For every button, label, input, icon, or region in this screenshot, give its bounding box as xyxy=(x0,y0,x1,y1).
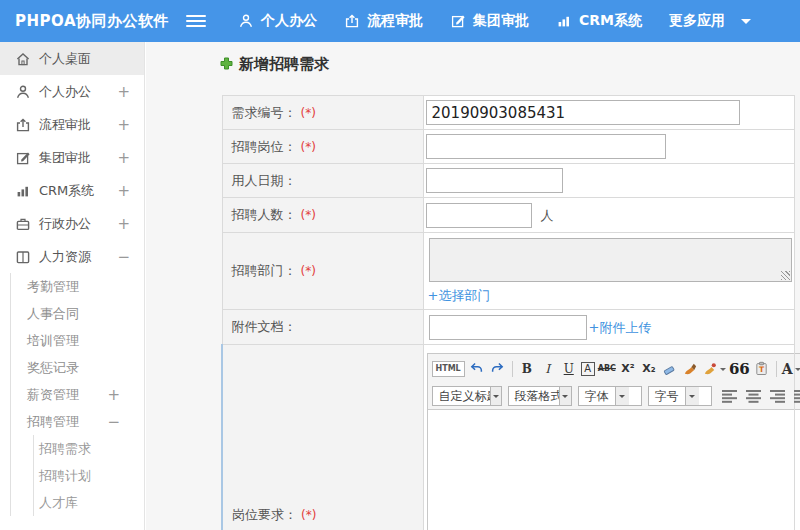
expand-plus-icon[interactable]: + xyxy=(117,182,130,200)
field-label: 用人日期： xyxy=(232,173,297,188)
editor-content-area[interactable] xyxy=(428,410,800,530)
subscript-button[interactable]: X₂ xyxy=(640,360,658,378)
demand-number-input[interactable] xyxy=(426,100,740,125)
nav-label: 集团审批 xyxy=(473,12,529,30)
sidebar-item-human-resources[interactable]: 人力资源 − xyxy=(0,240,144,273)
select-department-link[interactable]: +选择部门 xyxy=(428,287,491,305)
expand-plus-icon[interactable]: + xyxy=(117,116,130,134)
field-label-cell: 招聘部门：(*) xyxy=(222,233,423,310)
align-left-icon[interactable] xyxy=(722,387,740,405)
recruit-demand-form: 需求编号：(*) 招聘岗位：(*) 用人日期： xyxy=(221,95,795,530)
form-row-demand-no: 需求编号：(*) xyxy=(222,96,795,130)
menu-toggle-icon[interactable] xyxy=(186,12,206,30)
sidebar-item-reward-punishment[interactable]: 奖惩记录 xyxy=(11,354,144,381)
caret-down-icon xyxy=(720,368,726,374)
paste-icon[interactable]: T xyxy=(753,360,771,378)
eraser-icon[interactable] xyxy=(661,360,679,378)
sidebar-item-hr-contract[interactable]: 人事合同 xyxy=(11,300,144,327)
page-title: 新增招聘需求 xyxy=(220,55,800,74)
paragraph-format-select[interactable]: 段落格式 xyxy=(508,386,572,406)
sidebar-label: 人才库 xyxy=(39,494,78,512)
underline-button[interactable]: U xyxy=(560,360,578,378)
font-color-button[interactable]: A xyxy=(782,360,800,378)
editor-toolbar-row1: HTML B I U A ABC X² X₂ 66 xyxy=(428,354,800,383)
expand-plus-icon[interactable]: + xyxy=(117,149,130,167)
caret-down-icon xyxy=(615,387,629,405)
position-input[interactable] xyxy=(426,134,666,159)
sidebar-item-talent-pool[interactable]: 人才库 xyxy=(34,489,144,516)
sidebar-label: 集团审批 xyxy=(39,149,91,167)
nav-workflow-approval[interactable]: 流程审批 xyxy=(344,12,423,30)
nav-group-approval[interactable]: 集团审批 xyxy=(450,12,529,30)
field-label: 需求编号： xyxy=(232,105,297,120)
sidebar-label: 流程审批 xyxy=(39,116,91,134)
html-source-button[interactable]: HTML xyxy=(432,361,465,377)
undo-icon[interactable] xyxy=(468,360,486,378)
align-justify-icon[interactable] xyxy=(794,387,800,405)
book-icon xyxy=(15,249,31,265)
sidebar-item-crm-system[interactable]: CRM系统 + xyxy=(0,174,144,207)
department-textarea[interactable] xyxy=(429,238,792,282)
sidebar-item-recruit-plan[interactable]: 招聘计划 xyxy=(34,462,144,489)
nav-personal-office[interactable]: 个人办公 xyxy=(238,12,317,30)
align-right-icon[interactable] xyxy=(770,387,788,405)
caret-down-icon xyxy=(795,368,800,374)
field-label: 招聘岗位： xyxy=(232,139,297,154)
form-row-hire-date: 用人日期： xyxy=(222,164,795,198)
editor-toolbar-row2: 自定义标题 段落格式 字体 字号 xyxy=(428,383,800,410)
main-content: 新增招聘需求 需求编号：(*) 招聘岗位：(*) 用人日期： xyxy=(146,42,800,530)
sidebar-item-training-mgmt[interactable]: 培训管理 xyxy=(11,327,144,354)
superscript-button[interactable]: X² xyxy=(619,360,637,378)
sidebar-item-personal-office[interactable]: 个人办公 + xyxy=(0,75,144,108)
required-mark: (*) xyxy=(301,508,316,522)
user-icon xyxy=(238,13,254,29)
font-family-select[interactable]: 字体 xyxy=(578,386,642,406)
redo-icon[interactable] xyxy=(489,360,507,378)
sidebar-item-admin-office[interactable]: 行政办公 + xyxy=(0,207,144,240)
blockquote-button[interactable]: 66 xyxy=(729,360,750,378)
field-label-cell: 招聘人数：(*) xyxy=(222,198,423,233)
headcount-input[interactable] xyxy=(426,203,532,228)
field-label-cell: 用人日期： xyxy=(222,164,423,198)
sidebar-label: 个人桌面 xyxy=(39,50,91,68)
attachment-input[interactable] xyxy=(429,315,587,340)
sidebar-item-workflow-approval[interactable]: 流程审批 + xyxy=(0,108,144,141)
sidebar-item-recruit-mgmt[interactable]: 招聘管理 − xyxy=(11,408,144,435)
expand-minus-icon[interactable]: − xyxy=(107,413,120,431)
expand-plus-icon[interactable]: + xyxy=(117,83,130,101)
bold-button[interactable]: B xyxy=(518,360,536,378)
sidebar-label: 人力资源 xyxy=(39,248,91,266)
align-center-icon[interactable] xyxy=(746,387,764,405)
sidebar-item-salary-mgmt[interactable]: 薪资管理 + xyxy=(11,381,144,408)
sidebar-item-recruit-demand[interactable]: 招聘需求 xyxy=(34,435,144,462)
expand-plus-icon[interactable]: + xyxy=(117,215,130,233)
nav-crm-system[interactable]: CRM系统 xyxy=(556,12,642,30)
form-row-job-requirements: 岗位要求：(*) HTML B I U A ABC X² X₂ xyxy=(222,345,795,530)
attachment-upload-link[interactable]: +附件上传 xyxy=(589,319,652,337)
sidebar-item-group-approval[interactable]: 集团审批 + xyxy=(0,141,144,174)
flow-icon xyxy=(344,13,360,29)
brush-icon[interactable] xyxy=(682,360,700,378)
format-brush-icon[interactable] xyxy=(703,360,726,378)
sidebar-label: 招聘需求 xyxy=(39,440,91,458)
sidebar-item-personal-desktop[interactable]: 个人桌面 xyxy=(0,42,144,75)
select-value: 字体 xyxy=(579,387,615,405)
required-mark: (*) xyxy=(301,208,316,222)
font-size-select[interactable]: 字号 xyxy=(648,386,712,406)
font-style-button[interactable]: A xyxy=(581,362,595,376)
hire-date-input[interactable] xyxy=(426,168,563,193)
nav-more-apps[interactable]: 更多应用 xyxy=(669,12,751,30)
expand-minus-icon[interactable]: − xyxy=(117,248,130,266)
expand-plus-icon[interactable]: + xyxy=(107,386,120,404)
add-plus-icon xyxy=(220,56,233,74)
strikethrough-button[interactable]: ABC xyxy=(598,360,616,378)
svg-text:T: T xyxy=(759,365,765,374)
home-icon xyxy=(15,51,31,67)
sidebar-item-attendance-mgmt[interactable]: 考勤管理 xyxy=(11,273,144,300)
field-label-cell: 需求编号：(*) xyxy=(222,96,423,130)
italic-button[interactable]: I xyxy=(539,360,557,378)
sidebar-label: 招聘管理 xyxy=(27,413,79,431)
custom-title-select[interactable]: 自定义标题 xyxy=(432,386,502,406)
font-color-glyph: A xyxy=(782,361,793,377)
required-mark: (*) xyxy=(301,140,316,154)
